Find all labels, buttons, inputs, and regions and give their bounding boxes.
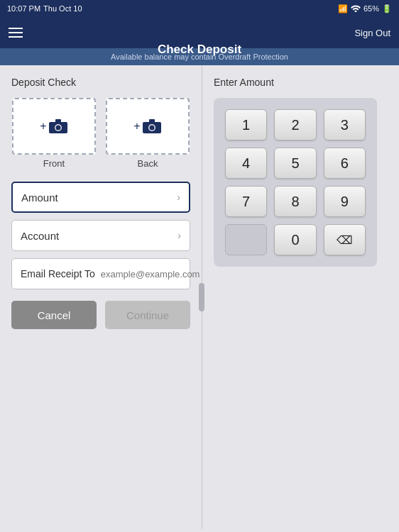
action-buttons: Cancel Continue <box>11 301 190 329</box>
email-label: Email Receipt To <box>21 268 95 279</box>
account-label: Account <box>21 230 59 242</box>
numpad-key-5[interactable]: 5 <box>274 148 316 179</box>
numpad-empty <box>225 224 267 255</box>
front-photo-box: + Front <box>11 98 97 169</box>
svg-rect-7 <box>149 119 155 123</box>
status-bar: 10:07 PM Thu Oct 10 📶 65% 🔋 <box>0 0 399 17</box>
main-content: Deposit Check + Front <box>0 65 399 529</box>
signal-icon: 📶 <box>338 4 348 13</box>
email-input[interactable] <box>101 269 220 279</box>
sign-out-button[interactable]: Sign Out <box>354 28 390 38</box>
numpad-key-8[interactable]: 8 <box>274 186 316 217</box>
numpad-key-3[interactable]: 3 <box>324 109 366 140</box>
svg-point-2 <box>55 126 60 131</box>
svg-rect-3 <box>55 119 61 123</box>
numpad-key-0[interactable]: 0 <box>274 224 316 255</box>
battery-display: 65% <box>364 4 379 13</box>
numpad-key-2[interactable]: 2 <box>274 109 316 140</box>
numpad: 1234567890⌫ <box>214 98 377 267</box>
deposit-section-title: Deposit Check <box>11 77 190 88</box>
menu-button[interactable] <box>9 28 23 38</box>
numpad-key-4[interactable]: 4 <box>225 148 267 179</box>
numpad-key-7[interactable]: 7 <box>225 186 267 217</box>
numpad-key-9[interactable]: 9 <box>324 186 366 217</box>
cancel-button[interactable]: Cancel <box>11 301 97 329</box>
enter-amount-title: Enter Amount <box>214 77 388 88</box>
back-photo-box: + Back <box>105 98 190 169</box>
numpad-key-1[interactable]: 1 <box>225 109 267 140</box>
continue-button: Continue <box>105 301 190 329</box>
back-label: Back <box>138 158 158 169</box>
panel-resize-handle[interactable] <box>199 283 204 311</box>
date-display: Thu Oct 10 <box>43 4 82 13</box>
back-camera-icon <box>142 118 162 135</box>
front-camera-icon <box>48 118 68 135</box>
photo-capture-row: + Front + <box>11 98 190 169</box>
email-field-container: Email Receipt To <box>11 258 190 289</box>
account-chevron-icon: › <box>177 230 181 241</box>
back-plus-icon: + <box>133 120 140 133</box>
back-capture-button[interactable]: + <box>106 98 190 155</box>
amount-field[interactable]: Amount › <box>11 182 190 213</box>
nav-bar: Check Deposit Sign Out <box>0 17 399 48</box>
left-panel: Deposit Check + Front <box>0 65 202 529</box>
account-field[interactable]: Account › <box>11 220 190 251</box>
nav-title: Check Deposit <box>129 43 270 57</box>
battery-icon: 🔋 <box>382 4 392 13</box>
svg-point-6 <box>149 126 154 131</box>
front-plus-icon: + <box>40 120 46 133</box>
wifi-icon <box>351 4 361 13</box>
front-label: Front <box>43 158 65 169</box>
right-panel: Enter Amount 1234567890⌫ <box>202 65 399 529</box>
time-display: 10:07 PM <box>7 4 40 13</box>
numpad-key-6[interactable]: 6 <box>324 148 366 179</box>
amount-label: Amount <box>21 192 58 204</box>
front-capture-button[interactable]: + <box>12 98 96 155</box>
numpad-backspace[interactable]: ⌫ <box>324 224 366 255</box>
amount-chevron-icon: › <box>177 192 180 203</box>
